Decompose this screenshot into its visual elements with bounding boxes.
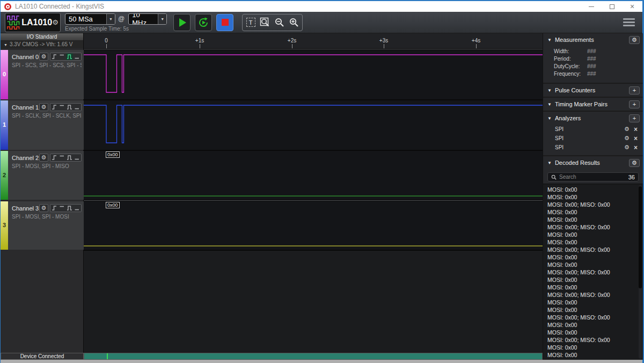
repeat-capture-button[interactable] [195, 14, 212, 31]
measurements-header[interactable]: ▼ Measurements ⚙ [543, 33, 643, 46]
decoded-result-row[interactable]: MOSI: 0x00 [543, 306, 643, 314]
overview-position-marker[interactable] [107, 353, 108, 359]
trigger-high-level-icon[interactable] [58, 53, 65, 60]
decoded-result-row[interactable]: MOSI: 0x00; MISO: 0x00 [543, 314, 643, 321]
channel-2-settings-gear-icon[interactable]: ⚙ [39, 154, 48, 162]
channel-3-waveform-lane[interactable]: 0x00 [84, 201, 543, 250]
decoded-results-header[interactable]: ▼ Decoded Results ⚙ [543, 156, 643, 169]
decoded-result-row[interactable]: MOSI: 0x00 [543, 193, 643, 201]
decoded-scrollbar[interactable] [639, 185, 642, 359]
analyzer-remove-icon[interactable]: × [634, 126, 638, 133]
decoded-result-row[interactable]: MOSI: 0x00 [543, 216, 643, 223]
analyzer-settings-gear-icon[interactable]: ⚙ [624, 144, 630, 151]
pulse-counters-header[interactable]: ▼ Pulse Counters + [543, 84, 643, 97]
device-box[interactable]: LA1010 ⚙ Logic Analyzer [5, 13, 61, 32]
decoded-result-row[interactable]: MOSI: 0x00 [543, 344, 643, 351]
timing-marker-pairs-header[interactable]: ▼ Timing Marker Pairs + [543, 98, 643, 111]
voltage-threshold-row[interactable]: ▼3.3V CMOS -> Vth: 1.65 V [1, 41, 83, 48]
zoom-out-button[interactable] [274, 17, 285, 28]
decoded-results-settings-gear-icon[interactable]: ⚙ [629, 159, 640, 167]
waveform-area[interactable]: 0+1s+2s+3s+4s 0x00 0x00 [84, 33, 543, 360]
analyzer-row[interactable]: SPI⚙× [543, 143, 643, 152]
decoded-result-row[interactable]: MOSI: 0x00 [543, 321, 643, 329]
decoded-result-row[interactable]: MOSI: 0x00 [543, 253, 643, 261]
trigger-rising-edge-icon[interactable] [51, 154, 58, 161]
decoded-result-row[interactable]: MOSI: 0x00 [543, 284, 643, 291]
decoded-result-row[interactable]: MOSI: 0x00; MISO: 0x00 [543, 223, 643, 231]
analyzer-settings-gear-icon[interactable]: ⚙ [624, 135, 630, 142]
analyzer-remove-icon[interactable]: × [634, 135, 638, 142]
trigger-rising-edge-icon[interactable] [51, 53, 58, 60]
analyzer-remove-icon[interactable]: × [634, 144, 638, 151]
timing-marker-tool-button[interactable]: T [245, 17, 256, 28]
decoded-result-row[interactable]: MOSI: 0x00 [543, 238, 643, 246]
channel-0-settings-gear-icon[interactable]: ⚙ [39, 53, 48, 61]
decoded-result-row[interactable]: MOSI: 0x00; MISO: 0x00 [543, 246, 643, 253]
trigger-low-level-icon[interactable] [74, 104, 80, 111]
measurement-value: ### [587, 48, 596, 54]
start-capture-button[interactable] [173, 14, 191, 31]
trigger-low-level-icon[interactable] [74, 154, 80, 161]
analyzer-row[interactable]: SPI⚙× [543, 125, 643, 134]
maximize-button[interactable] [602, 1, 622, 12]
add-analyzer-button[interactable]: + [629, 114, 640, 122]
trigger-rising-edge-icon[interactable] [51, 104, 58, 111]
channel-0-signals: SPI - SCS, SPI - SCS, SPI - SCS [12, 62, 82, 68]
channel-2-waveform-lane[interactable]: 0x00 [84, 151, 543, 200]
decoded-result-row[interactable]: MOSI: 0x00 [543, 351, 643, 359]
decoded-results-list[interactable]: MOSI: 0x00MOSI: 0x00MOSI: 0x00; MISO: 0x… [543, 184, 643, 360]
channel-1-settings-gear-icon[interactable]: ⚙ [39, 103, 48, 111]
trigger-either-edge-icon[interactable] [66, 154, 73, 161]
zoom-in-button[interactable] [289, 17, 299, 28]
timeline-ruler[interactable]: 0+1s+2s+3s+4s [84, 33, 543, 48]
zoom-region-button[interactable] [260, 17, 270, 28]
capture-overview-bar[interactable] [84, 353, 543, 360]
decoded-result-row[interactable]: MOSI: 0x00 [543, 231, 643, 238]
stop-capture-button[interactable] [216, 14, 233, 31]
analyzer-row[interactable]: SPI⚙× [543, 134, 643, 143]
trigger-high-level-icon[interactable] [58, 205, 65, 212]
decoded-result-row[interactable]: MOSI: 0x00 [543, 329, 643, 336]
add-timing-marker-pair-button[interactable]: + [629, 100, 640, 108]
channel-0-waveform-lane[interactable] [84, 50, 543, 99]
add-pulse-counter-button[interactable]: + [629, 86, 640, 95]
trigger-either-edge-icon[interactable] [66, 53, 73, 60]
decoded-result-row[interactable]: MOSI: 0x00 [543, 186, 643, 193]
app-logo-icon [4, 3, 11, 10]
decoded-result-row[interactable]: MOSI: 0x00 [543, 208, 643, 216]
analyzers-header[interactable]: ▼ Analyzers + [543, 112, 643, 125]
decoded-results-search[interactable]: Search 36 [547, 172, 639, 182]
channel-1-waveform-lane[interactable] [84, 100, 543, 150]
decoded-result-row[interactable]: MOSI: 0x00; MISO: 0x00 [543, 268, 643, 276]
minimize-button[interactable] [581, 1, 602, 12]
trigger-high-level-icon[interactable] [58, 154, 65, 161]
device-settings-gear-icon[interactable]: ⚙ [52, 18, 60, 26]
decoded-result-row[interactable]: MOSI: 0x00; MISO: 0x00 [543, 291, 643, 299]
at-symbol: @ [118, 15, 125, 23]
trigger-either-edge-icon[interactable] [66, 205, 73, 212]
chevron-down-icon[interactable]: ▼ [158, 14, 166, 24]
search-icon [551, 175, 557, 180]
io-standard-header[interactable]: I/O Standard [1, 33, 83, 41]
trigger-high-level-icon[interactable] [58, 104, 65, 111]
analyzer-settings-gear-icon[interactable]: ⚙ [624, 126, 630, 133]
sample-count-select[interactable]: 50 MSa ▼ [65, 13, 115, 25]
decoded-scrollbar-thumb[interactable] [639, 186, 642, 288]
measurements-settings-gear-icon[interactable]: ⚙ [629, 36, 640, 44]
decoded-result-row[interactable]: MOSI: 0x00; MISO: 0x00 [543, 336, 643, 344]
trigger-low-level-icon[interactable] [74, 53, 80, 60]
toolbar: LA1010 ⚙ Logic Analyzer 50 MSa ▼ @ 10 MH… [1, 12, 642, 33]
trigger-rising-edge-icon[interactable] [51, 205, 58, 212]
voltage-threshold-label: 3.3V CMOS -> Vth: 1.65 V [10, 41, 73, 47]
channel-3-settings-gear-icon[interactable]: ⚙ [39, 204, 48, 212]
close-button[interactable]: × [622, 1, 642, 12]
trigger-either-edge-icon[interactable] [66, 104, 73, 111]
sample-rate-select[interactable]: 10 MHz ▼ [128, 13, 167, 25]
decoded-result-row[interactable]: MOSI: 0x00 [543, 261, 643, 268]
menu-button[interactable] [623, 18, 635, 26]
chevron-down-icon[interactable]: ▼ [106, 14, 115, 24]
trigger-low-level-icon[interactable] [74, 205, 80, 212]
decoded-result-row[interactable]: MOSI: 0x00; MISO: 0x00 [543, 201, 643, 208]
decoded-result-row[interactable]: MOSI: 0x00 [543, 299, 643, 306]
decoded-result-row[interactable]: MOSI: 0x00 [543, 276, 643, 284]
